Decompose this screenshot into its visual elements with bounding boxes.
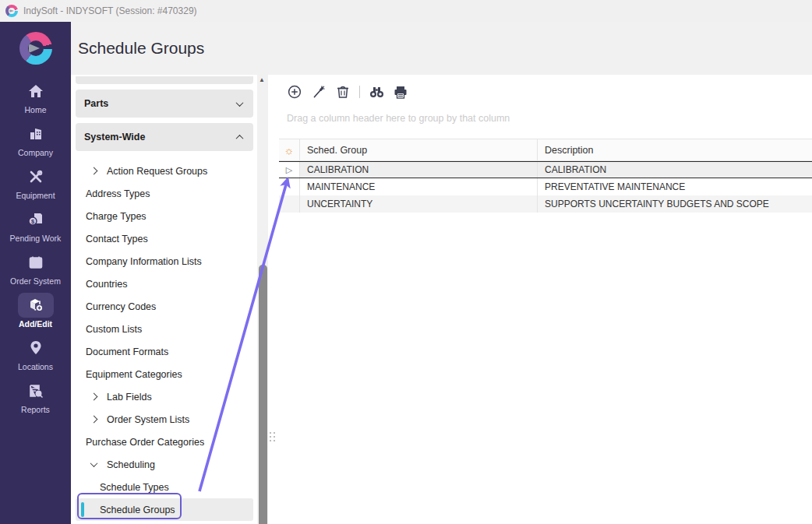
system-wide-items: Action Request Groups Address Types Char… (76, 160, 253, 521)
row-indicator (279, 178, 300, 195)
nav-item-purchase-order-categories[interactable]: Purchase Order Categories (76, 431, 253, 453)
focused-row-arrow-icon: ▷ (286, 165, 292, 175)
titlebar: IndySoft - INDYSOFT (Session: #470329) (0, 0, 812, 22)
nav-item-contact-types[interactable]: Contact Types (76, 227, 253, 250)
sidebar: Home Company Equipment $ Pending Work Or… (0, 22, 71, 524)
nav-item-order-system-lists[interactable]: Order System Lists (76, 408, 253, 431)
nav-panel: Parts System-Wide Action Request Groups … (71, 75, 258, 524)
nav-item-company-information-lists[interactable]: Company Information Lists (76, 250, 253, 273)
nav-scrollbar[interactable]: ▲ (257, 75, 268, 524)
delete-trash-icon[interactable] (335, 84, 351, 100)
main-content: Drag a column header here to group by th… (279, 75, 812, 524)
chevron-right-icon (90, 167, 98, 175)
sidebar-item-label: Equipment (16, 191, 55, 200)
accordion-section-system-wide[interactable]: System-Wide (76, 123, 253, 151)
window-title: IndySoft - INDYSOFT (Session: #470329) (23, 5, 197, 16)
row-indicator: ▷ (279, 162, 300, 178)
nav-item-schedule-groups[interactable]: Schedule Groups (76, 498, 253, 521)
sidebar-item-equipment[interactable]: Equipment (0, 160, 71, 203)
column-header-description[interactable]: Description (538, 139, 812, 160)
company-icon (18, 121, 54, 146)
sidebar-item-add-edit[interactable]: Add/Edit (0, 289, 71, 332)
cell-sched-group[interactable]: MAINTENANCE (300, 178, 538, 195)
scroll-up-arrow-icon[interactable]: ▲ (259, 76, 265, 83)
schedule-groups-grid: ☼ Sched. Group Description ▷ CALIBRATION… (279, 139, 812, 213)
order-system-icon (18, 250, 54, 275)
sidebar-item-company[interactable]: Company (0, 118, 71, 160)
scrollbar-thumb[interactable] (259, 265, 267, 524)
app-window: IndySoft - INDYSOFT (Session: #470329) S… (0, 0, 812, 524)
nav-item-action-request-groups[interactable]: Action Request Groups (76, 160, 253, 182)
sidebar-item-label: Order System (10, 276, 61, 286)
page-header: Schedule Groups (71, 22, 812, 75)
page-title: Schedule Groups (78, 39, 204, 58)
sidebar-item-pending-work[interactable]: $ Pending Work (0, 203, 71, 246)
nav-item-document-formats[interactable]: Document Formats (76, 340, 253, 363)
cell-sched-group[interactable]: UNCERTAINTY (300, 195, 538, 213)
cell-description[interactable]: SUPPORTS UNCERTAINTY BUDGETS AND SCOPE (538, 195, 812, 213)
grid-header-row: ☼ Sched. Group Description (279, 139, 812, 161)
sidebar-item-label: Add/Edit (19, 319, 52, 329)
add-edit-icon (18, 293, 54, 318)
cell-description[interactable]: PREVENTATIVE MAINTENANCE (538, 178, 812, 195)
panel-splitter-grip[interactable] (270, 432, 277, 444)
chevron-right-icon (90, 393, 98, 401)
sidebar-item-label: Company (18, 148, 53, 157)
nav-item-schedule-types[interactable]: Schedule Types (76, 476, 253, 498)
column-header-sched-group[interactable]: Sched. Group (300, 139, 538, 160)
row-indicator (279, 195, 300, 213)
sidebar-item-label: Locations (18, 362, 53, 371)
reports-icon (18, 378, 54, 403)
find-binoculars-icon[interactable] (369, 84, 384, 100)
chevron-down-icon (90, 459, 98, 467)
nav-item-custom-lists[interactable]: Custom Lists (76, 318, 253, 340)
sun-indicator-icon: ☼ (284, 145, 295, 156)
sidebar-item-locations[interactable]: Locations (0, 332, 71, 375)
add-circle-icon[interactable] (287, 84, 302, 100)
grid-indicator-header[interactable]: ☼ (279, 139, 300, 160)
sidebar-item-label: Pending Work (10, 234, 62, 243)
nav-item-equipment-categories[interactable]: Equipment Categories (76, 363, 253, 385)
chevron-down-icon (236, 99, 244, 107)
chevron-up-icon (236, 134, 244, 142)
grid-toolbar (287, 84, 408, 100)
edit-wand-icon[interactable] (311, 84, 327, 100)
sidebar-item-label: Home (24, 105, 46, 114)
chevron-right-icon (90, 416, 98, 424)
nav-item-scheduling[interactable]: Scheduling (76, 453, 253, 476)
cell-description[interactable]: CALIBRATION (538, 162, 812, 178)
nav-item-lab-fields[interactable]: Lab Fields (76, 385, 253, 408)
brand-logo (0, 22, 71, 75)
brand-logo-icon (19, 32, 52, 65)
sidebar-item-reports[interactable]: Reports (0, 375, 71, 417)
nav-item-currency-codes[interactable]: Currency Codes (76, 295, 253, 318)
sidebar-item-home[interactable]: Home (0, 75, 71, 118)
equipment-icon (18, 164, 54, 189)
accordion-section-parts[interactable]: Parts (76, 90, 253, 118)
print-icon[interactable] (393, 84, 408, 100)
sidebar-item-order-system[interactable]: Order System (0, 246, 71, 289)
pending-work-icon: $ (18, 207, 54, 232)
nav-item-address-types[interactable]: Address Types (76, 182, 253, 205)
cell-sched-group[interactable]: CALIBRATION (300, 162, 538, 178)
selected-item-accent-bar (81, 502, 84, 517)
home-icon (18, 79, 54, 104)
table-row[interactable]: UNCERTAINTY SUPPORTS UNCERTAINTY BUDGETS… (279, 195, 812, 213)
nav-item-countries[interactable]: Countries (76, 273, 253, 295)
toolbar-separator (359, 86, 360, 98)
accordion-partial-header (76, 76, 253, 84)
nav-item-charge-types[interactable]: Charge Types (76, 205, 253, 227)
locations-icon (18, 336, 54, 360)
sidebar-item-label: Reports (21, 405, 50, 414)
table-row[interactable]: MAINTENANCE PREVENTATIVE MAINTENANCE (279, 178, 812, 195)
table-row[interactable]: ▷ CALIBRATION CALIBRATION (279, 161, 812, 178)
app-logo-icon (5, 5, 18, 17)
group-by-hint: Drag a column header here to group by th… (287, 113, 510, 124)
